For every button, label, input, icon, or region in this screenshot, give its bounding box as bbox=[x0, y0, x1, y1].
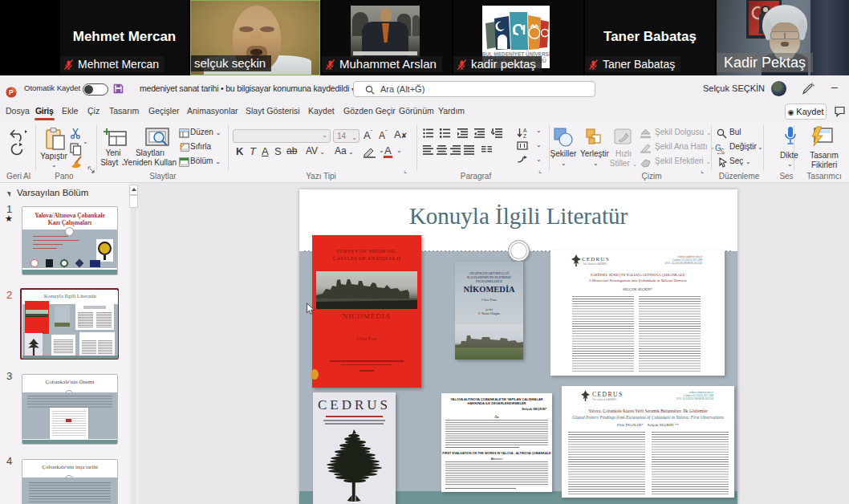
svg-text:Z: Z bbox=[523, 133, 526, 139]
svg-text:P: P bbox=[9, 89, 14, 96]
